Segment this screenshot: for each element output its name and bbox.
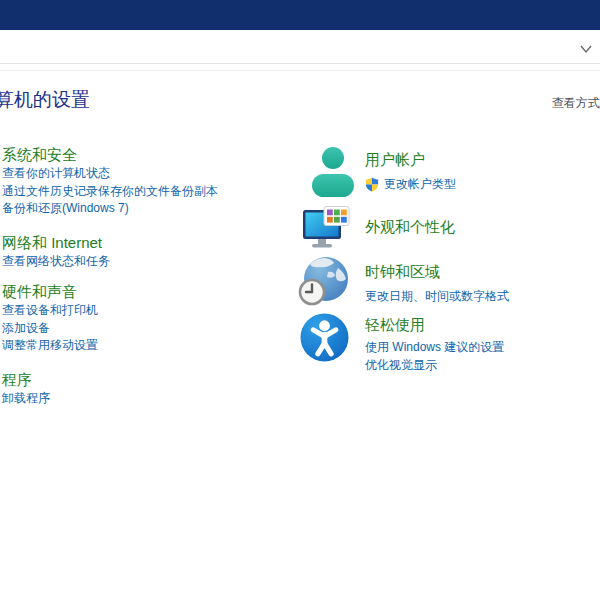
category-link-appearance[interactable]: 外观和个性化 xyxy=(365,206,455,237)
uac-shield-icon xyxy=(365,177,379,192)
task-link[interactable]: 查看你的计算机状态 xyxy=(2,165,297,183)
category-link-network-internet[interactable]: 网络和 Internet xyxy=(2,233,102,253)
category-group-network-internet: 网络和 Internet 查看网络状态和任务 xyxy=(2,233,297,271)
user-accounts-icon[interactable] xyxy=(312,146,354,198)
category-link-programs[interactable]: 程序 xyxy=(2,370,32,390)
category-group-system-security: 系统和安全 查看你的计算机状态 通过文件历史记录保存你的文件备份副本 备份和还原… xyxy=(2,145,297,218)
category-group-hardware-sound: 硬件和声音 查看设备和打印机 添加设备 调整常用移动设置 xyxy=(2,282,297,355)
category-link-user-accounts[interactable]: 用户帐户 xyxy=(365,146,425,170)
task-link[interactable]: 更改帐户类型 xyxy=(384,176,456,194)
category-link-hardware-sound[interactable]: 硬件和声音 xyxy=(2,282,77,302)
task-link[interactable]: 更改日期、时间或数字格式 xyxy=(365,288,600,306)
task-link[interactable]: 使用 Windows 建议的设置 xyxy=(365,339,600,357)
category-item-user-accounts: 用户帐户 更改帐户类型 xyxy=(300,146,600,194)
task-link[interactable]: 查看网络状态和任务 xyxy=(2,253,297,271)
display-personalization-icon[interactable] xyxy=(300,206,350,256)
task-link[interactable]: 添加设备 xyxy=(2,320,297,338)
task-link[interactable]: 查看设备和打印机 xyxy=(2,302,297,320)
task-link[interactable]: 备份和还原(Windows 7) xyxy=(2,200,297,218)
address-bar[interactable] xyxy=(0,32,600,64)
category-item-clock-region: 时钟和区域 更改日期、时间或数字格式 xyxy=(300,256,600,306)
clock-globe-icon[interactable] xyxy=(298,256,350,306)
category-item-appearance: 外观和个性化 xyxy=(300,206,600,237)
task-link[interactable]: 调整常用移动设置 xyxy=(2,337,297,355)
page-title: 算机的设置 xyxy=(0,88,90,112)
task-link[interactable]: 优化视觉显示 xyxy=(365,357,600,375)
category-link-ease-of-access[interactable]: 轻松使用 xyxy=(365,313,425,334)
category-link-clock-region[interactable]: 时钟和区域 xyxy=(365,256,440,282)
accessibility-icon[interactable] xyxy=(300,313,349,362)
category-link-system-security[interactable]: 系统和安全 xyxy=(2,145,77,165)
task-link[interactable]: 卸载程序 xyxy=(2,390,297,408)
task-link[interactable]: 通过文件历史记录保存你的文件备份副本 xyxy=(2,183,297,201)
category-group-programs: 程序 卸载程序 xyxy=(2,370,297,408)
category-item-ease-of-access: 轻松使用 使用 Windows 建议的设置 优化视觉显示 xyxy=(300,313,600,374)
window-title-bar xyxy=(0,0,600,30)
content-divider xyxy=(0,70,600,71)
view-by-label: 查看方式: xyxy=(552,95,600,112)
chevron-down-icon[interactable] xyxy=(578,42,594,56)
